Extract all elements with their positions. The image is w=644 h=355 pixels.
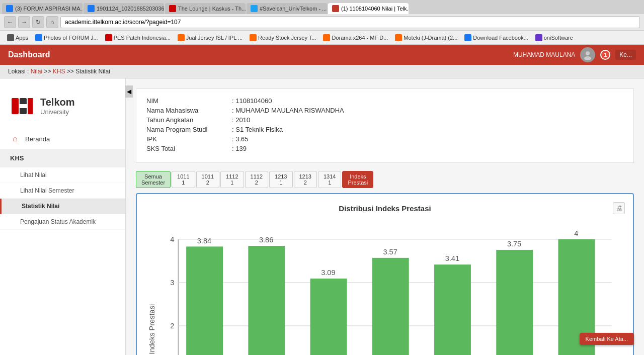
bar-label-1112-2: 3.57	[383, 248, 397, 256]
breadcrumb-khs[interactable]: KHS	[53, 68, 65, 75]
chart-title: Distribusi Indeks Prestasi	[157, 204, 613, 213]
tab-indeks-prestasi[interactable]: IndeksPrestasi	[342, 171, 373, 188]
bookmark-jersey-isl[interactable]: Jual Jersey ISL / IPL ...	[175, 33, 246, 42]
tab-1112-2[interactable]: 11122	[245, 171, 268, 188]
tab-semua-semester[interactable]: SemuaSemester	[136, 171, 171, 188]
main-content: NIM : 1108104060 Nama Mahasiswa : MUHAMA…	[126, 78, 644, 355]
svg-point-1	[584, 56, 591, 60]
browser-toolbar: ← → ↻ ⌂	[0, 14, 644, 31]
address-bar[interactable]	[60, 16, 640, 28]
header-user-area: MUHAMAD MAULANA 1 Ke...	[513, 47, 636, 62]
breadcrumb: Lokasi : Nilai >> KHS >> Statistik Nilai	[0, 65, 644, 78]
sks-label: SKS Total	[146, 145, 232, 152]
bookmark-photos[interactable]: Photos of FORUM J...	[32, 33, 101, 42]
logo-university-text: University	[40, 108, 75, 116]
tab-fb2[interactable]: 1901124_10201685203036... ×	[84, 3, 164, 14]
svg-rect-5	[20, 104, 27, 108]
home-icon: ⌂	[10, 134, 20, 144]
info-nim-row: NIM : 1108104060	[146, 97, 623, 105]
svg-point-0	[586, 51, 590, 55]
sidebar: ◀ Telkom University ⌂ Beranda	[0, 78, 126, 355]
bar-label-1314-1: 4	[574, 229, 578, 237]
y-tick-2: 2	[170, 322, 174, 330]
bookmark-jersey-ready[interactable]: Ready Stock Jersey T...	[247, 33, 319, 42]
info-prodi-row: Nama Program Studi : S1 Teknik Fisika	[146, 126, 623, 133]
bar-1011-2	[248, 246, 285, 355]
info-sks-row: SKS Total : 139	[146, 145, 623, 152]
tahun-value: : 2010	[232, 116, 250, 124]
svg-rect-2	[12, 98, 19, 114]
back-button[interactable]: ←	[4, 16, 16, 28]
tab-1213-1[interactable]: 12131	[269, 171, 292, 188]
main-layout: ◀ Telkom University ⌂ Beranda	[0, 78, 644, 355]
chart-container: Distribusi Indeks Prestasi 🖨 Indeks Pres…	[136, 193, 634, 355]
sidebar-lihat-nilai-semester[interactable]: Lihat Nilai Semester	[0, 183, 125, 199]
home-nav-button[interactable]: ⌂	[46, 16, 58, 28]
y-axis-label: Indeks Prestasi	[148, 304, 156, 354]
bookmark-download-fb[interactable]: Download Facebook...	[461, 33, 531, 42]
tab-forum[interactable]: (3) FORUM ASPIRASI MA... ×	[2, 3, 83, 14]
bookmark-dorama[interactable]: Dorama x264 - MF D...	[320, 33, 391, 42]
kembali-button[interactable]: Kembali Ke Ata...	[580, 333, 634, 345]
refresh-button[interactable]: ↻	[32, 16, 44, 28]
bar-1011-1	[186, 246, 223, 355]
avatar	[580, 47, 595, 62]
info-tahun-row: Tahun Angkatan : 2010	[146, 116, 623, 124]
sidebar-pengajuan-status[interactable]: Pengajuan Status Akademik	[0, 214, 125, 230]
tab-1112-1[interactable]: 11121	[220, 171, 244, 188]
bar-label-1112-1: 3.09	[321, 269, 335, 277]
forward-button[interactable]: →	[18, 16, 30, 28]
tab-academic[interactable]: (1) 1108104060 Nilai | Telk... ×	[328, 3, 409, 14]
bar-label-1213-2: 3.75	[507, 240, 521, 248]
y-tick-3: 3	[170, 279, 174, 287]
prodi-label: Nama Program Studi	[146, 126, 232, 133]
sidebar-statistik-nilai[interactable]: Statistik Nilai	[0, 199, 125, 214]
semester-tabs: SemuaSemester 10111 10112 11121 11122 12…	[136, 171, 634, 188]
nama-label: Nama Mahasiswa	[146, 107, 232, 114]
bar-label-1011-1: 3.84	[197, 237, 211, 245]
browser-tabs-bar: (3) FORUM ASPIRASI MA... × 1901124_10201…	[0, 0, 644, 14]
info-ipk-row: IPK : 3.65	[146, 135, 623, 143]
tab-kaskus[interactable]: The Lounge | Kaskus - Th... ×	[165, 3, 246, 14]
tab-1011-1[interactable]: 10111	[172, 171, 195, 188]
sidebar-item-beranda[interactable]: ⌂ Beranda	[0, 129, 125, 149]
tab-1011-2[interactable]: 10112	[196, 171, 219, 188]
bar-1112-2	[372, 258, 409, 355]
y-tick-4: 4	[170, 235, 174, 243]
tab-twitter[interactable]: #Savelcan_UnivTelkom - ... ×	[247, 3, 327, 14]
svg-marker-4	[28, 98, 33, 114]
sidebar-beranda-label: Beranda	[25, 135, 50, 143]
ipk-label: IPK	[146, 135, 232, 143]
sidebar-toggle[interactable]: ◀	[125, 85, 133, 98]
chart-svg-wrapper: Indeks Prestasi 0 1 2 3 4	[145, 219, 625, 355]
notification-badge[interactable]: 1	[600, 50, 610, 60]
bar-chart-svg: Indeks Prestasi 0 1 2 3 4	[145, 219, 625, 355]
breadcrumb-nilai[interactable]: Nilai	[31, 68, 42, 75]
tab-1213-2[interactable]: 12132	[294, 171, 317, 188]
bar-label-1011-2: 3.86	[259, 236, 273, 244]
sks-value: : 139	[232, 145, 247, 152]
nama-value: : MUHAMAD MAULANA RISWANDHA	[232, 107, 344, 114]
chart-print-button[interactable]: 🖨	[613, 202, 625, 214]
ipk-value: : 3.65	[232, 135, 249, 143]
student-info-card: NIM : 1108104060 Nama Mahasiswa : MUHAMA…	[136, 88, 634, 163]
sidebar-khs-label: KHS	[10, 154, 24, 162]
bookmark-moteki[interactable]: Moteki (J-Drama) (2...	[392, 33, 460, 42]
app-title: Dashboard	[8, 50, 50, 59]
chart-header: Distribusi Indeks Prestasi 🖨	[145, 202, 625, 214]
app-header: Dashboard MUHAMAD MAULANA 1 Ke...	[0, 45, 644, 65]
bar-1213-2	[496, 250, 533, 355]
bookmark-pes[interactable]: PES Patch Indonesia...	[102, 33, 174, 42]
logo-telkom-text: Telkom	[40, 96, 75, 108]
tab-1314-1[interactable]: 13141	[318, 171, 341, 188]
breadcrumb-current: Statistik Nilai	[75, 68, 110, 75]
header-right-button[interactable]: Ke...	[615, 50, 636, 60]
sidebar-lihat-nilai[interactable]: Lihat Nilai	[0, 167, 125, 183]
sidebar-item-khs[interactable]: KHS	[0, 149, 125, 167]
bookmark-onisoftware[interactable]: oniSoftware	[532, 33, 576, 42]
sidebar-sub-menu: Lihat Nilai Lihat Nilai Semester Statist…	[0, 167, 125, 230]
bookmarks-bar: Apps Photos of FORUM J... PES Patch Indo…	[0, 31, 644, 45]
tahun-label: Tahun Angkatan	[146, 116, 232, 124]
sidebar-logo: Telkom University	[0, 88, 125, 129]
bookmark-apps[interactable]: Apps	[4, 33, 31, 42]
